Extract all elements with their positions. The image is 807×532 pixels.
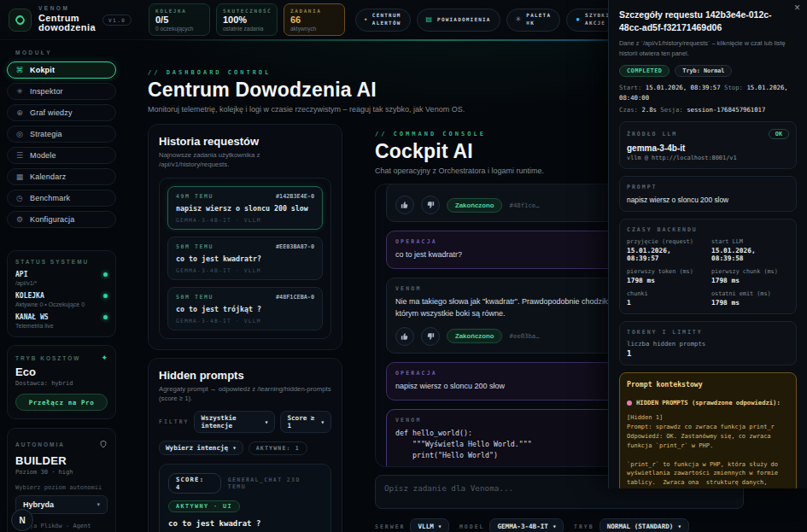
stat-skutecznosc: SKUTECZNOŚĆ 100% ostatnie zadania xyxy=(216,3,278,36)
request-history-card: Historia requestów Najnowsze zadania uży… xyxy=(148,124,342,350)
autonomy-name: BUILDER xyxy=(15,454,108,467)
score-badge: SCORE: 4 xyxy=(168,473,221,494)
status-dot-kolejka xyxy=(103,294,108,298)
prompt-section: PROMPT napisz wiersz o sloncu 200 slow xyxy=(619,176,797,212)
model-select[interactable]: GEMMA-3-4B-IT ▾ xyxy=(489,518,564,532)
assistant-fab-button[interactable]: N xyxy=(11,509,33,531)
mode-badge: Tryb: Normal xyxy=(675,65,732,77)
llm-model-name: gemma-3-4b-it xyxy=(627,143,789,153)
hidden-prompt-item[interactable]: SCORE: 4 GENERAL_CHAT 23D TEMU AKTYWNY ·… xyxy=(159,464,331,532)
cost-title: TRYB KOSZTÓW xyxy=(15,355,80,361)
score-filter-select[interactable]: Score ≥ 1 ▾ xyxy=(280,411,331,433)
stat-kolejka: KOLEJKA 0/5 0 oczekujących xyxy=(149,3,210,36)
sidebar-item-modele[interactable]: ☰ Modele xyxy=(7,147,116,164)
nav-paleta[interactable]: ✳ PALETA⌘K xyxy=(506,9,561,32)
status-row-api: API /api/v1/* xyxy=(15,271,108,286)
nav-powiadomienia[interactable]: ▤ POWIADOMIENIA xyxy=(417,9,500,32)
context-heading: HIDDEN PROMPTS (sprawdzone odpowiedzi): xyxy=(636,399,781,406)
details-description: Dane z `/api/v1/history/requests` – klik… xyxy=(619,38,797,58)
status-dot-ws xyxy=(103,315,108,319)
chevron-down-icon: ▾ xyxy=(553,523,557,530)
thumbs-up-button[interactable] xyxy=(395,327,414,346)
status-row-kanal-ws: KANAŁ WS Telemetria live xyxy=(15,313,108,329)
history-title: Historia requestów xyxy=(159,135,331,148)
message-hash: #48f1ce… xyxy=(509,202,539,209)
chevron-down-icon: ▾ xyxy=(320,418,325,426)
filter-label: FILTRY xyxy=(159,418,189,425)
shield-icon xyxy=(99,436,108,452)
mode-label: TRYB xyxy=(574,523,594,530)
sidebar-item-inspektor[interactable]: ✳ Inspektor xyxy=(7,83,116,100)
hidden-prompts-card: Hidden prompts Agregaty prompt → odpowie… xyxy=(148,358,342,532)
nav-centrum-alertow[interactable]: ▪ CENTRUMALERTÓW xyxy=(355,9,411,32)
brand: VENOM Centrum dowodzenia V1.0 xyxy=(9,6,138,33)
details-title: Szczegóły requestu 142b3e4e-012c-48cc-ad… xyxy=(619,9,797,33)
details-session: Czas: 2.8s Sesja: session-1768457961017 xyxy=(619,105,797,115)
completed-badge: COMPLETED xyxy=(619,65,670,77)
inspektor-icon: ✳ xyxy=(15,88,24,96)
mode-select[interactable]: NORMAL (STANDARD) ▾ xyxy=(599,518,689,532)
benchmark-icon: ◷ xyxy=(15,195,24,202)
modele-icon: ☰ xyxy=(15,152,24,160)
choose-intent-select[interactable]: Wybierz intencję ▾ xyxy=(159,441,243,455)
history-item[interactable]: 50M TEMU #EE03BA87-0 co to jest kwadratr… xyxy=(167,237,323,280)
brand-eyebrow: VENOM xyxy=(38,6,96,12)
chevron-down-icon: ▾ xyxy=(438,523,442,530)
active-count-badge: AKTYWNE: 1 xyxy=(249,441,307,455)
notifications-icon: ▤ xyxy=(426,16,433,23)
command-palette-icon: ✳ xyxy=(516,16,522,23)
hidden-prompt-question: co to jest kwadrat ? xyxy=(168,519,322,528)
history-item[interactable]: 50M TEMU #48F1CEBA-0 co to jest trójkąt … xyxy=(167,287,323,330)
server-select[interactable]: VLLM ▾ xyxy=(410,518,449,532)
sparkle-icon: ✦ xyxy=(101,354,108,362)
autonomy-level: Poziom 30 · high xyxy=(15,469,108,476)
context-prompt-box: Prompt kontekstowy HIDDEN PROMPTS (spraw… xyxy=(619,372,797,488)
thumbs-up-button[interactable] xyxy=(395,196,414,214)
switch-to-pro-button[interactable]: Przełącz na Pro xyxy=(15,394,108,411)
history-list: 49M TEMU #142B3E4E-0 napisz wiersz o slo… xyxy=(159,178,331,339)
server-label: SERWER xyxy=(375,523,405,530)
sidebar-item-graf-wiedzy[interactable]: ⊕ Graf wiedzy xyxy=(7,104,116,121)
alert-icon: ▪ xyxy=(365,16,367,23)
strategia-icon: ◎ xyxy=(15,131,24,138)
history-item[interactable]: 49M TEMU #142B3E4E-0 napisz wiersz o slo… xyxy=(167,186,323,230)
kokpit-icon: ⌘ xyxy=(15,67,24,74)
intent-filter-select[interactable]: Wszystkie intencje ▾ xyxy=(194,411,275,433)
brand-title-line2: dowodzenia xyxy=(38,23,96,33)
history-subtitle: Najnowsze zadania użytkownika z /api/v1/… xyxy=(159,150,331,170)
ok-badge: OK xyxy=(769,129,789,139)
status-title: STATUS SYSTEMU xyxy=(15,259,108,265)
sidebar: MODUŁY ⌘ Kokpit ✳ Inspektor ⊕ Graf wiedz… xyxy=(7,50,116,532)
context-body: [Hidden 1] Prompt: sprawdz co zwraca fun… xyxy=(627,413,789,488)
cost-provider: Dostawca: hybrid xyxy=(15,380,108,387)
konfiguracja-icon: ⚙ xyxy=(15,216,24,224)
sidebar-item-konfiguracja[interactable]: ⚙ Konfiguracja xyxy=(7,211,116,228)
llm-endpoint: vllm @ http://localhost:8001/v1 xyxy=(627,155,789,161)
autonomy-title: AUTONOMIA xyxy=(15,441,65,447)
chevron-down-icon: ▾ xyxy=(677,523,681,530)
thumbs-down-button[interactable] xyxy=(421,327,440,346)
hidden-prompts-count: 1 xyxy=(627,349,789,358)
left-column: Historia requestów Najnowsze zadania uży… xyxy=(148,124,342,532)
thumbs-down-button[interactable] xyxy=(421,196,440,214)
chevron-down-icon: ▾ xyxy=(265,418,269,426)
status-dot-api xyxy=(103,272,108,277)
message-hash: #ee03ba… xyxy=(509,332,539,340)
sidebar-item-benchmark[interactable]: ◷ Benchmark xyxy=(7,190,116,207)
hidden-prompts-marker-icon xyxy=(627,400,632,406)
model-label: MODEL xyxy=(459,523,485,530)
sidebar-item-kokpit[interactable]: ⌘ Kokpit xyxy=(7,61,116,79)
sidebar-item-kalendarz[interactable]: ▦ Kalendarz xyxy=(7,168,116,185)
venom-logo-icon xyxy=(9,9,32,32)
autonomy-select-label: Wybierz poziom autonomii xyxy=(15,484,108,491)
cost-mode-value: Eco xyxy=(15,365,108,378)
hidden-prompts-title: Hidden prompts xyxy=(159,369,331,382)
quick-actions-icon: ● xyxy=(576,16,580,23)
version-badge: V1.0 xyxy=(102,15,132,26)
close-icon[interactable]: × xyxy=(794,2,800,14)
request-details-panel: × Szczegóły requestu 142b3e4e-012c-48cc-… xyxy=(608,0,807,488)
system-status-card: STATUS SYSTEMU API /api/v1/* KOLEJKA Akt… xyxy=(7,250,116,337)
tokens-limits-section: TOKENY I LIMITY liczba hidden prompts 1 xyxy=(619,321,797,365)
app-root: VENOM Centrum dowodzenia V1.0 KOLEJKA 0/… xyxy=(0,0,807,532)
sidebar-item-strategia[interactable]: ◎ Strategia xyxy=(7,126,116,143)
